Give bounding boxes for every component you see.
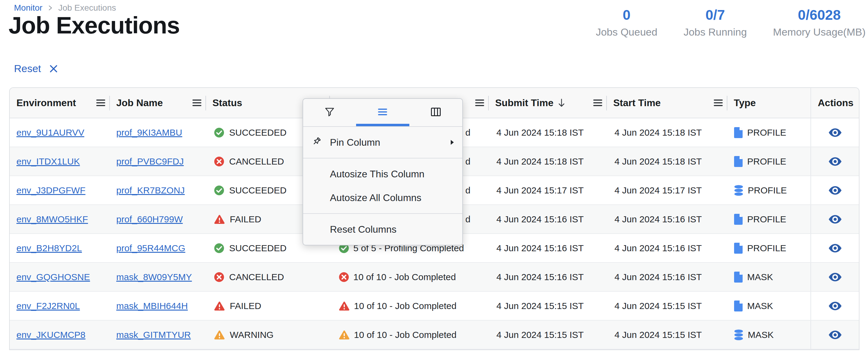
start-time-cell: 4 Jun 2024 15:15 IST — [607, 292, 727, 320]
environment-cell: env_GQGHOSNE — [10, 263, 110, 291]
column-label: Type — [734, 97, 756, 108]
column-menu-icon[interactable] — [96, 99, 105, 107]
status-icon — [214, 156, 224, 167]
start-time: 4 Jun 2024 15:18 IST — [615, 156, 702, 167]
environment-link[interactable]: env_9U1AURVV — [17, 127, 84, 138]
columns-icon — [431, 107, 441, 118]
start-time-cell: 4 Jun 2024 15:18 IST — [607, 147, 727, 176]
start-time: 4 Jun 2024 15:16 IST — [615, 272, 702, 282]
type-label: MASK — [748, 330, 774, 340]
column-label: Submit Time — [495, 97, 553, 108]
column-label: Job Name — [116, 97, 163, 108]
job-name-link[interactable]: prof_95R44MCG — [116, 243, 185, 253]
stat-label: Memory Usage(MB) — [773, 26, 866, 38]
submit-time-cell: 4 Jun 2024 15:15 IST — [489, 321, 607, 349]
status-icon — [214, 330, 225, 340]
menu-item-autosize-this-column[interactable]: Autosize This Column — [303, 162, 462, 186]
view-details-button[interactable] — [828, 127, 842, 138]
job-name-link[interactable]: mask_GITMTYUR — [116, 330, 191, 340]
stat-value: 0 — [596, 7, 657, 23]
submenu-caret-icon — [450, 139, 455, 146]
view-details-button[interactable] — [828, 330, 842, 340]
status-cell: CANCELLED — [206, 263, 330, 291]
column-menu-icon[interactable] — [593, 99, 602, 107]
reset-filters-label[interactable]: Reset — [14, 63, 41, 74]
start-time-cell: 4 Jun 2024 15:16 IST — [607, 234, 727, 262]
job-name-link[interactable]: mask_8W09Y5MY — [116, 272, 192, 282]
view-details-button[interactable] — [828, 185, 842, 196]
column-header-start-time[interactable]: Start Time — [607, 88, 727, 118]
menu-item-reset-columns[interactable]: Reset Columns — [303, 218, 462, 241]
environment-cell: env_JKUCMCP8 — [10, 321, 110, 349]
menu-item-pin-column[interactable]: Pin Column — [303, 130, 462, 154]
job-name-cell: mask_8W09Y5MY — [110, 263, 206, 291]
submit-time: 4 Jun 2024 15:18 IST — [496, 127, 584, 138]
type-label: PROFILE — [747, 156, 786, 167]
job-name-cell: prof_95R44MCG — [110, 234, 206, 262]
column-header-submit-time[interactable]: Submit Time — [489, 88, 607, 118]
type-icon — [734, 271, 743, 283]
stat-memory-usage: 0/6028 Memory Usage(MB) — [773, 7, 866, 38]
column-header-job-name[interactable]: Job Name — [110, 88, 206, 118]
column-header-type[interactable]: Type — [727, 88, 810, 118]
view-details-button[interactable] — [828, 272, 842, 282]
job-name-link[interactable]: prof_PVBC9FDJ — [116, 156, 184, 167]
submit-time: 4 Jun 2024 15:16 IST — [496, 272, 584, 282]
column-menu-icon[interactable] — [475, 99, 484, 107]
job-name-link[interactable]: prof_KR7BZONJ — [116, 185, 185, 196]
tab-general-menu[interactable] — [356, 99, 409, 126]
column-menu-icon[interactable] — [714, 99, 723, 107]
view-details-button[interactable] — [828, 214, 842, 224]
actions-cell — [810, 234, 859, 262]
stat-jobs-queued: 0 Jobs Queued — [596, 7, 657, 38]
menu-item-label: Autosize This Column — [330, 168, 425, 180]
job-name-cell: prof_9KI3AMBU — [110, 118, 206, 147]
close-icon[interactable] — [49, 64, 58, 73]
start-time-cell: 4 Jun 2024 15:15 IST — [607, 321, 727, 349]
job-name-link[interactable]: prof_9KI3AMBU — [116, 127, 182, 138]
progress-cell: 10 of 10 - Job Completed — [330, 263, 489, 291]
column-header-environment[interactable]: Environment — [10, 88, 110, 118]
start-time: 4 Jun 2024 15:15 IST — [615, 330, 702, 340]
job-name-link[interactable]: prof_660H799W — [116, 214, 183, 224]
view-details-button[interactable] — [828, 301, 842, 311]
progress-text: 10 of 10 - Job Completed — [354, 301, 457, 311]
type-icon — [734, 329, 744, 341]
environment-link[interactable]: env_B2H8YD2L — [17, 243, 82, 253]
type-cell: MASK — [727, 263, 810, 291]
environment-link[interactable]: env_8MWO5HKF — [17, 214, 88, 224]
tab-columns[interactable] — [409, 99, 462, 126]
environment-link[interactable]: env_J3DPGFWF — [17, 185, 86, 196]
environment-link[interactable]: env_JKUCMCP8 — [17, 330, 86, 340]
type-label: PROFILE — [747, 127, 786, 138]
environment-link[interactable]: env_ITDX1LUK — [17, 156, 80, 167]
reset-filters[interactable]: Reset — [14, 63, 58, 74]
pin-icon — [310, 136, 330, 148]
column-header-actions: Actions — [810, 88, 859, 118]
actions-cell — [810, 321, 859, 349]
menu-section-pin: Pin Column — [303, 127, 462, 158]
progress-cell: 10 of 10 - Job Completed — [330, 321, 489, 349]
column-label: Environment — [17, 97, 76, 108]
environment-link[interactable]: env_F2J2RN0L — [17, 301, 80, 311]
view-details-button[interactable] — [828, 243, 842, 253]
job-name-cell: mask_GITMTYUR — [110, 321, 206, 349]
status-label: FAILED — [230, 214, 261, 224]
status-cell: WARNING — [206, 321, 330, 349]
column-menu-icon[interactable] — [192, 99, 202, 107]
view-details-button[interactable] — [828, 156, 842, 167]
environment-link[interactable]: env_GQGHOSNE — [17, 272, 90, 282]
job-name-cell: prof_660H799W — [110, 205, 206, 233]
type-cell: PROFILE — [727, 118, 810, 147]
submit-time: 4 Jun 2024 15:15 IST — [496, 330, 584, 340]
submit-time-cell: 4 Jun 2024 15:18 IST — [489, 118, 607, 147]
type-icon — [734, 243, 743, 254]
environment-cell: env_B2H8YD2L — [10, 234, 110, 262]
tab-filter[interactable] — [303, 99, 356, 126]
start-time-cell: 4 Jun 2024 15:18 IST — [607, 118, 727, 147]
menu-item-autosize-all-columns[interactable]: Autosize All Columns — [303, 186, 462, 210]
type-icon — [734, 300, 743, 312]
job-name-link[interactable]: mask_MBIH644H — [116, 301, 188, 311]
start-time: 4 Jun 2024 15:17 IST — [615, 185, 702, 196]
type-label: MASK — [747, 301, 773, 311]
